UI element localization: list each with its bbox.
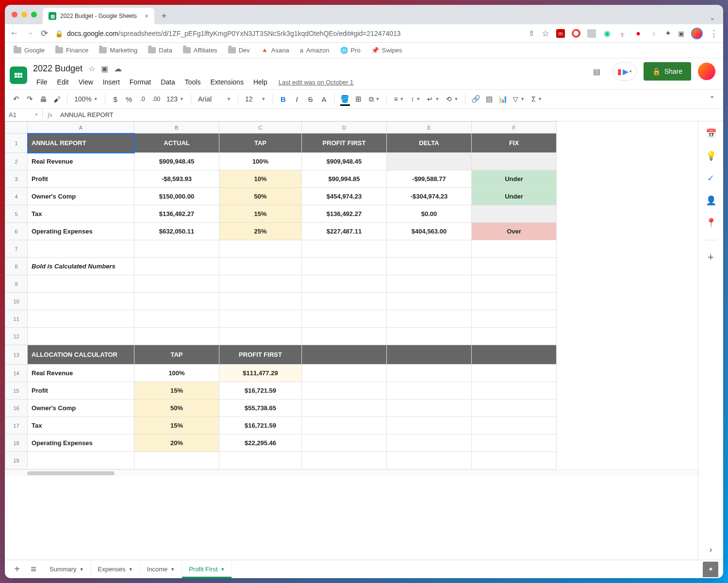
cell[interactable]: $55,738.65 [219, 400, 302, 417]
cell[interactable] [302, 345, 387, 365]
sheet-tab[interactable]: Summary▼ [43, 560, 91, 578]
cell[interactable]: PROFIT FIRST [302, 133, 387, 153]
decrease-decimal-button[interactable]: .0 [136, 93, 149, 105]
row-header[interactable]: 5 [5, 205, 28, 223]
cell[interactable]: 100% [134, 365, 219, 382]
row-header[interactable]: 13 [5, 345, 28, 365]
menu-help[interactable]: Help [250, 76, 271, 88]
maps-icon[interactable]: 📍 [706, 217, 716, 228]
browser-menu-icon[interactable]: ⋮ [710, 28, 718, 39]
cell[interactable]: Owner's Comp [28, 400, 134, 417]
cell[interactable]: $909,948.45 [134, 153, 219, 170]
row-header[interactable]: 17 [5, 417, 28, 434]
hide-sidepanel-icon[interactable]: › [706, 544, 716, 555]
row-header[interactable]: 6 [5, 223, 28, 240]
text-rotation-button[interactable]: ⟲▼ [443, 95, 461, 103]
cell[interactable]: Real Revenue [28, 153, 134, 170]
formula-input[interactable]: ANNUAL REPORT [57, 111, 723, 118]
cell[interactable]: PROFIT FIRST [219, 345, 302, 365]
bookmark-item[interactable]: Affiliates [183, 47, 217, 54]
contacts-icon[interactable]: 👤 [706, 195, 716, 206]
cell[interactable]: Tax [28, 205, 134, 223]
cell[interactable]: $0.00 [387, 205, 472, 223]
cell[interactable]: $111,477.29 [219, 365, 302, 382]
cell[interactable] [28, 310, 134, 328]
cell[interactable]: $227,487.11 [302, 223, 387, 240]
extension-icon[interactable]: ⌂ [649, 29, 658, 38]
tabs-overflow-icon[interactable]: ⌄ [710, 14, 715, 21]
row-header[interactable]: 18 [5, 434, 28, 452]
row-header[interactable]: 15 [5, 382, 28, 400]
last-edit-link[interactable]: Last edit was on October 1 [279, 79, 354, 86]
menu-extensions[interactable]: Extensions [207, 76, 247, 88]
format-percent-button[interactable]: % [123, 93, 135, 105]
explore-button[interactable]: ✦ [703, 562, 718, 577]
bookmark-item[interactable]: 🔺Asana [261, 47, 289, 54]
row-header[interactable]: 11 [5, 310, 28, 328]
calendar-icon[interactable]: 📅 [706, 128, 716, 139]
reload-button[interactable]: ⟳ [41, 28, 48, 39]
increase-decimal-button[interactable]: .00 [150, 93, 163, 105]
cell[interactable]: $404,563.00 [387, 223, 472, 240]
cell[interactable] [302, 452, 387, 469]
move-folder-icon[interactable]: ▣ [101, 64, 108, 73]
cell[interactable] [387, 382, 472, 400]
all-sheets-button[interactable]: ≡ [26, 562, 41, 577]
vertical-align-button[interactable]: ↕▼ [408, 95, 424, 103]
cell[interactable] [387, 417, 472, 434]
row-header[interactable]: 10 [5, 293, 28, 310]
cell[interactable] [387, 365, 472, 382]
cell[interactable] [472, 345, 557, 365]
cell[interactable] [472, 240, 557, 258]
cell[interactable] [219, 328, 302, 345]
cell[interactable] [219, 240, 302, 258]
cell[interactable]: $632,050.11 [134, 223, 219, 240]
share-page-icon[interactable]: ⇧ [529, 29, 535, 38]
cell[interactable]: $909,948.45 [302, 153, 387, 170]
cell[interactable]: 20% [134, 434, 219, 452]
row-header[interactable]: 8 [5, 258, 28, 275]
cell[interactable]: $90,994.85 [302, 170, 387, 188]
cell[interactable]: 25% [219, 223, 302, 240]
share-button[interactable]: 🔒 Share [644, 62, 691, 81]
back-button[interactable]: ← [10, 28, 18, 38]
cell[interactable]: -$99,588.77 [387, 170, 472, 188]
cell[interactable] [134, 452, 219, 469]
row-header[interactable]: 16 [5, 400, 28, 417]
cell[interactable]: ALLOCATION CALCULATOR [28, 345, 134, 365]
more-formats-select[interactable]: 123▼ [164, 95, 187, 103]
cell[interactable] [387, 153, 472, 170]
browser-tab[interactable]: ▦ 2022 Budget - Google Sheets × [43, 8, 154, 24]
filter-button[interactable]: ▽▼ [510, 95, 528, 103]
cell[interactable] [387, 452, 472, 469]
print-button[interactable]: 🖶 [37, 93, 50, 105]
insert-chart-button[interactable]: 📊 [496, 93, 509, 105]
meet-button[interactable]: ▮▶▾ [612, 62, 637, 81]
undo-button[interactable]: ↶ [10, 93, 22, 105]
cell[interactable]: DELTA [387, 133, 472, 153]
cell[interactable] [28, 240, 134, 258]
cell[interactable]: TAP [219, 133, 302, 153]
zoom-select[interactable]: 100%▼ [71, 95, 101, 103]
chevron-down-icon[interactable]: ▼ [80, 567, 84, 572]
cell[interactable]: ANNUAL REPORT [28, 133, 134, 153]
column-header[interactable]: F [472, 122, 557, 133]
cell[interactable]: FIX [472, 133, 557, 153]
text-wrap-button[interactable]: ↵▼ [424, 95, 442, 103]
cell[interactable] [302, 328, 387, 345]
cell[interactable] [302, 310, 387, 328]
cell[interactable]: $454,974.23 [302, 188, 387, 205]
horizontal-align-button[interactable]: ≡▼ [391, 95, 407, 103]
cell[interactable] [387, 434, 472, 452]
add-addon-button[interactable]: + [706, 252, 716, 263]
cell[interactable] [302, 365, 387, 382]
cell[interactable] [134, 258, 219, 275]
cell[interactable] [219, 452, 302, 469]
cell[interactable]: Operating Expenses [28, 434, 134, 452]
cell[interactable] [302, 293, 387, 310]
bold-button[interactable]: B [277, 93, 290, 105]
cell[interactable] [472, 400, 557, 417]
cell[interactable] [472, 328, 557, 345]
cell[interactable] [302, 400, 387, 417]
menu-view[interactable]: View [75, 76, 97, 88]
